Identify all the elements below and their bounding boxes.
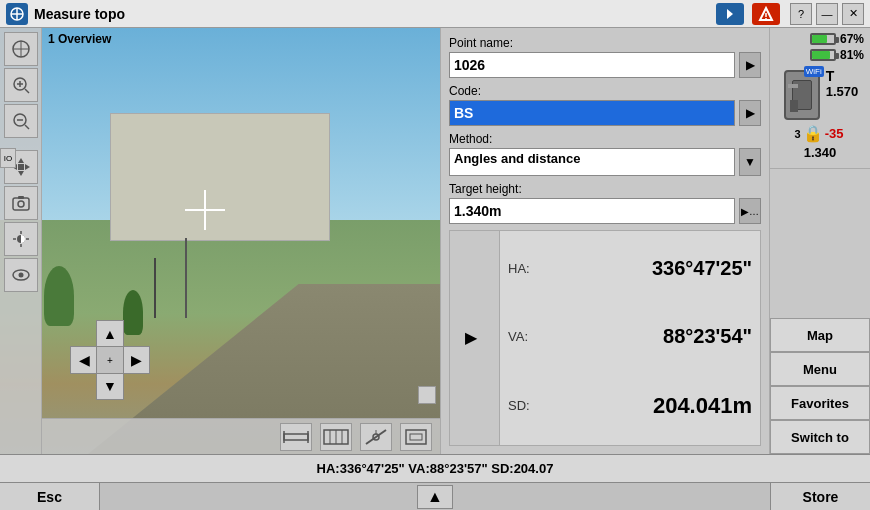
nav-forward-icon[interactable]	[716, 3, 744, 25]
svg-point-23	[18, 201, 24, 207]
device-icon: WiFi	[784, 70, 820, 120]
point-name-row: ▶	[449, 52, 761, 78]
nav-left-button[interactable]: ◀	[70, 346, 98, 374]
ha-row: HA: 336°47'25"	[508, 257, 752, 280]
map-button[interactable]: Map	[770, 318, 870, 352]
svg-marker-3	[727, 9, 733, 19]
status-bar: HA:336°47'25" VA:88°23'57" SD:204.07	[0, 454, 870, 482]
play-button[interactable]: ▶	[465, 328, 485, 348]
nav-down-button[interactable]: ▼	[96, 372, 124, 400]
neg-value: -35	[825, 126, 844, 141]
camera-panel: 1 Overview IO ▲ ▼ ◀ ▶ +	[0, 28, 440, 454]
nav-up-button[interactable]: ▲	[96, 320, 124, 348]
device-value: 1.570	[826, 84, 859, 99]
point-name-arrow[interactable]: ▶	[739, 52, 761, 78]
nav-right-button[interactable]: ▶	[122, 346, 150, 374]
svg-rect-43	[410, 434, 422, 440]
measure-btn1[interactable]	[280, 423, 312, 451]
device-section: WiFi T 1.570 3 🔒 -35	[776, 64, 864, 164]
svg-rect-22	[13, 198, 29, 210]
switch-to-button[interactable]: Switch to	[770, 420, 870, 454]
svg-marker-20	[25, 164, 30, 170]
readings-values: HA: 336°47'25" VA: 88°23'54" SD: 204.041…	[500, 231, 760, 445]
bottom-toolbar	[42, 418, 440, 454]
sd-value: 204.041m	[653, 393, 752, 419]
point-name-section: Point name: ▶	[449, 36, 761, 78]
method-select-display[interactable]: Angles and distance	[449, 148, 735, 176]
io-button[interactable]: IO	[0, 148, 16, 168]
main-layout: 1 Overview IO ▲ ▼ ◀ ▶ +	[0, 28, 870, 454]
method-label: Method:	[449, 132, 761, 146]
va-row: VA: 88°23'54"	[508, 325, 752, 348]
code-arrow[interactable]: ▶	[739, 100, 761, 126]
va-value: 88°23'54"	[663, 325, 752, 348]
status-top: 67% 81% WiFi	[770, 28, 870, 169]
store-button[interactable]: Store	[770, 483, 870, 511]
battery1-row: 67%	[776, 32, 864, 46]
battery1-pct: 67%	[840, 32, 864, 46]
lock-number: 3	[795, 128, 801, 140]
svg-point-31	[18, 273, 23, 278]
middle-panel: Point name: ▶ Code: ▶ Method: Angles and…	[440, 28, 770, 454]
svg-rect-32	[284, 434, 308, 440]
up-arrow-button[interactable]: ▲	[417, 485, 453, 509]
code-input[interactable]	[449, 100, 735, 126]
target-height-dots[interactable]: ▶…	[739, 198, 761, 224]
esc-button[interactable]: Esc	[0, 483, 100, 511]
alert-icon[interactable]	[752, 3, 780, 25]
menu-button[interactable]: Menu	[770, 352, 870, 386]
eye-button[interactable]	[4, 258, 38, 292]
ha-value: 336°47'25"	[652, 257, 752, 280]
nav-center-button[interactable]: +	[96, 346, 124, 374]
help-button[interactable]: ?	[790, 3, 812, 25]
measure-btn2[interactable]	[320, 423, 352, 451]
minimize-button[interactable]: —	[816, 3, 838, 25]
svg-point-6	[765, 18, 767, 20]
code-section: Code: ▶	[449, 84, 761, 126]
left-toolbar	[0, 28, 42, 454]
favorites-button[interactable]: Favorites	[770, 386, 870, 420]
battery1-icon	[810, 33, 836, 45]
svg-rect-21	[18, 164, 24, 170]
point-name-input[interactable]	[449, 52, 735, 78]
overview-label: 1 Overview	[48, 32, 111, 46]
right-panel: 67% 81% WiFi	[770, 28, 870, 454]
ha-label: HA:	[508, 261, 538, 276]
battery2-row: 81%	[776, 48, 864, 62]
bottom-center: ▲	[100, 485, 770, 509]
measure-btn4[interactable]	[400, 423, 432, 451]
brightness-button[interactable]	[4, 222, 38, 256]
target-height-input[interactable]	[449, 198, 735, 224]
battery2-fill	[812, 51, 830, 59]
close-button[interactable]: ✕	[842, 3, 864, 25]
status-text: HA:336°47'25" VA:88°23'57" SD:204.07	[317, 461, 554, 476]
method-section: Method: Angles and distance ▼	[449, 132, 761, 176]
wifi-badge: WiFi	[804, 66, 824, 77]
svg-marker-17	[18, 158, 24, 163]
square-button[interactable]	[418, 386, 436, 404]
method-row: Angles and distance ▼	[449, 148, 761, 176]
target-height-row: ▶…	[449, 198, 761, 224]
app-icon	[6, 3, 28, 25]
battery1-fill	[812, 35, 827, 43]
va-label: VA:	[508, 329, 538, 344]
code-row: ▶	[449, 100, 761, 126]
measure-btn3[interactable]	[360, 423, 392, 451]
camera-button[interactable]	[4, 186, 38, 220]
compass-button[interactable]	[4, 32, 38, 66]
svg-marker-18	[18, 171, 24, 176]
zoom-out-button[interactable]	[4, 104, 38, 138]
code-label: Code:	[449, 84, 761, 98]
battery2-icon	[810, 49, 836, 61]
svg-line-16	[25, 125, 29, 129]
window-controls: ? — ✕	[790, 3, 864, 25]
lock-section: 3 🔒 -35	[789, 122, 852, 145]
lock-icon: 🔒	[803, 124, 823, 143]
nav-diamond: ▲ ▼ ◀ ▶ +	[70, 320, 150, 400]
zoom-in-button[interactable]	[4, 68, 38, 102]
titlebar: Measure topo ? — ✕	[0, 0, 870, 28]
svg-rect-42	[406, 430, 426, 444]
method-dropdown-btn[interactable]: ▼	[739, 148, 761, 176]
sd-row: SD: 204.041m	[508, 393, 752, 419]
window-title: Measure topo	[34, 6, 716, 22]
